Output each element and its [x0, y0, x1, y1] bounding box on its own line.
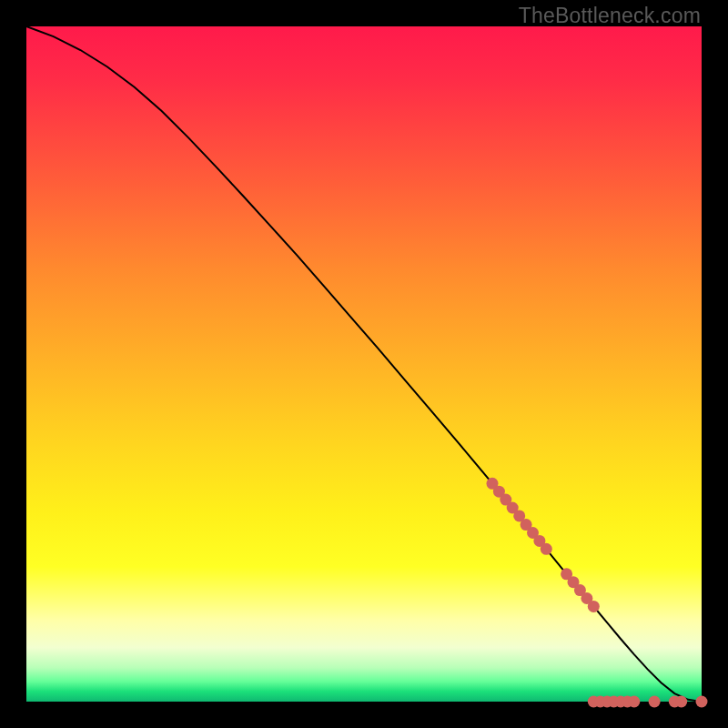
- data-point: [628, 696, 640, 708]
- trend-path: [26, 26, 702, 702]
- data-point: [696, 696, 708, 708]
- data-point: [541, 543, 552, 555]
- trend-curve: [26, 26, 702, 702]
- data-point: [588, 601, 600, 612]
- chart-overlay: [0, 0, 728, 728]
- data-point: [649, 696, 661, 708]
- chart-stage: TheBottleneck.com: [0, 0, 728, 728]
- scatter-markers: [487, 478, 708, 708]
- data-point: [675, 696, 687, 708]
